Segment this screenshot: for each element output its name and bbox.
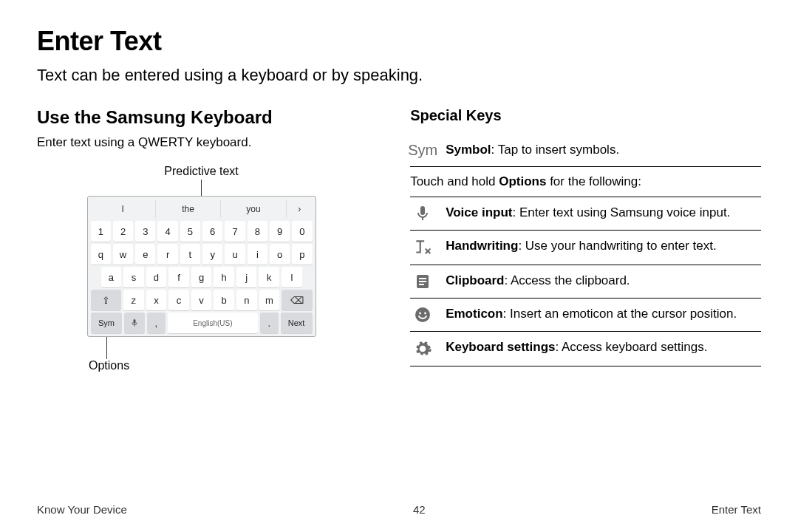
- special-key-emoticon: Emoticon: Insert an emoticon at the curs…: [410, 299, 761, 332]
- key-o: o: [270, 244, 290, 265]
- key-v: v: [191, 290, 212, 310]
- key-8: 8: [248, 221, 267, 242]
- shift-key-icon: ⇧: [91, 290, 121, 310]
- svg-rect-3: [419, 284, 424, 285]
- footer-page-number: 42: [413, 503, 426, 516]
- bottom-row: Sym , English(US) . Next: [91, 313, 313, 333]
- page-title: Enter Text: [37, 26, 761, 57]
- key-6: 6: [202, 221, 222, 242]
- predictive-text-label: Predictive text: [37, 165, 366, 178]
- key-2: 2: [113, 221, 133, 242]
- suggestion: I: [91, 200, 156, 219]
- key-w: w: [113, 244, 133, 265]
- special-key-sym: Sym Symbol: Tap to insert symbols.: [410, 134, 761, 167]
- suggestion: the: [156, 200, 221, 219]
- key-c: c: [168, 290, 189, 310]
- emoticon-description: Emoticon: Insert an emoticon at the curs…: [446, 306, 737, 323]
- key-a: a: [101, 267, 122, 287]
- suggestion-row: I the you ›: [91, 200, 313, 219]
- svg-point-6: [424, 313, 426, 315]
- gear-icon: [410, 339, 435, 358]
- left-heading: Use the Samsung Keyboard: [37, 107, 366, 128]
- voice-description: Voice input: Enter text using Samsung vo…: [446, 205, 730, 222]
- key-s: s: [123, 267, 144, 287]
- clipboard-icon: [410, 273, 435, 290]
- options-intro: Touch and hold Options for the following…: [410, 167, 761, 197]
- zxcv-row: ⇧ z x c v b n m ⌫: [91, 290, 313, 310]
- key-4: 4: [157, 221, 177, 242]
- key-g: g: [191, 267, 212, 287]
- key-u: u: [225, 244, 245, 265]
- key-y: y: [202, 244, 222, 265]
- key-j: j: [236, 267, 257, 287]
- special-key-handwriting: Handwriting: Use your handwriting to ent…: [410, 231, 761, 265]
- key-d: d: [146, 267, 167, 287]
- clipboard-description: Clipboard: Access the clipboard.: [446, 273, 630, 290]
- key-7: 7: [225, 221, 245, 242]
- options-label: Options: [89, 359, 366, 372]
- svg-rect-1: [419, 278, 426, 279]
- key-h: h: [214, 267, 234, 287]
- next-key: Next: [281, 313, 313, 333]
- key-3: 3: [135, 221, 155, 242]
- footer-right: Enter Text: [712, 503, 761, 516]
- settings-description: Keyboard settings: Access keyboard setti…: [446, 339, 707, 356]
- suggestion-more-icon: ›: [287, 200, 313, 219]
- mic-key-icon: [124, 313, 145, 333]
- key-1: 1: [91, 221, 111, 242]
- svg-point-5: [419, 313, 421, 315]
- left-body: Enter text using a QWERTY keyboard.: [37, 135, 366, 150]
- key-z: z: [123, 290, 144, 310]
- key-b: b: [214, 290, 234, 310]
- svg-point-4: [415, 307, 430, 322]
- asdf-row: a s d f g h j k l: [91, 267, 313, 287]
- special-key-voice: Voice input: Enter text using Samsung vo…: [410, 197, 761, 231]
- footer-left: Know Your Device: [37, 503, 127, 516]
- key-5: 5: [180, 221, 200, 242]
- suggestion: you: [221, 200, 286, 219]
- special-keys-heading: Special Keys: [410, 107, 761, 124]
- key-m: m: [259, 290, 280, 310]
- key-e: e: [135, 244, 155, 265]
- svg-rect-2: [419, 281, 426, 282]
- key-p: p: [292, 244, 312, 265]
- period-key: .: [260, 313, 279, 333]
- sym-text-icon: Sym: [410, 142, 435, 159]
- key-0: 0: [292, 221, 312, 242]
- special-key-settings: Keyboard settings: Access keyboard setti…: [410, 332, 761, 366]
- handwriting-description: Handwriting: Use your handwriting to ent…: [446, 238, 717, 255]
- space-key: English(US): [168, 313, 259, 333]
- sym-description: Symbol: Tap to insert symbols.: [446, 142, 619, 159]
- key-9: 9: [270, 221, 290, 242]
- key-i: i: [248, 244, 267, 265]
- key-x: x: [146, 290, 167, 310]
- key-r: r: [157, 244, 177, 265]
- pointer-line: [201, 180, 202, 196]
- page-footer: Know Your Device 42 Enter Text: [37, 503, 761, 516]
- key-l: l: [282, 267, 302, 287]
- backspace-key-icon: ⌫: [282, 290, 312, 310]
- number-row: 1 2 3 4 5 6 7 8 9 0: [91, 221, 313, 242]
- handwriting-icon: [410, 238, 435, 257]
- comma-key: ,: [147, 313, 166, 333]
- special-key-clipboard: Clipboard: Access the clipboard.: [410, 265, 761, 299]
- key-f: f: [168, 267, 189, 287]
- key-n: n: [236, 290, 257, 310]
- qwerty-row: q w e r t y u i o p: [91, 244, 313, 265]
- key-q: q: [91, 244, 111, 265]
- key-k: k: [259, 267, 279, 287]
- keyboard-frame: I the you › 1 2 3 4 5 6 7 8 9 0: [87, 196, 316, 337]
- microphone-icon: [410, 205, 435, 222]
- sym-key: Sym: [91, 313, 123, 333]
- keyboard-diagram: Predictive text I the you › 1 2 3 4 5 6 …: [37, 165, 366, 372]
- pointer-line: [106, 337, 107, 359]
- emoticon-icon: [410, 306, 435, 324]
- key-t: t: [180, 244, 200, 265]
- page-subtitle: Text can be entered using a keyboard or …: [37, 66, 761, 85]
